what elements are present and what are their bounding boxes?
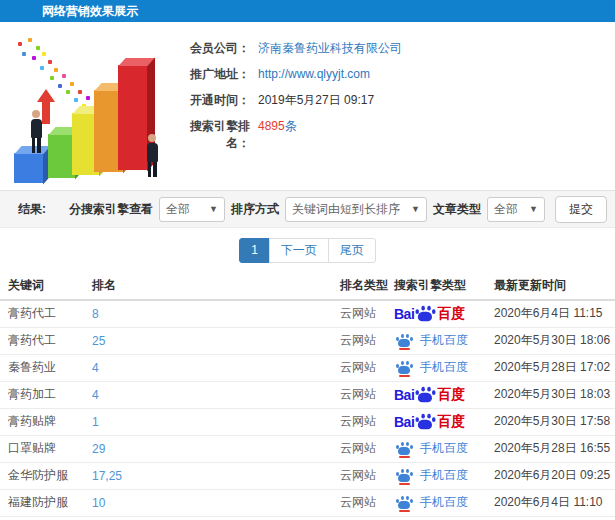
company-name-link[interactable]: 济南秦鲁药业科技有限公司 (258, 40, 402, 57)
rank-type-cell: 云网站 (332, 435, 386, 462)
engine-cell: Bai百度 (386, 381, 486, 408)
mobile-baidu-paw-icon (396, 361, 413, 374)
sort-mode-label: 排序方式 (231, 201, 279, 218)
engine-view-select[interactable]: 全部 ▼ (159, 197, 225, 222)
keyword-cell: 金华防护服 (0, 462, 84, 489)
table-header-row: 关键词 排名 排名类型 搜索引擎类型 最新更新时间 (0, 272, 615, 300)
table-row: Bai百度 (0, 516, 615, 520)
baidu-paw-icon (416, 387, 436, 402)
businessman-figure-right (144, 134, 160, 177)
sort-mode-select[interactable]: 关键词由短到长排序 ▼ (285, 197, 427, 222)
rank-type-cell: 云网站 (332, 408, 386, 435)
confetti-decoration (12, 36, 16, 40)
keyword-results-table: 关键词 排名 排名类型 搜索引擎类型 最新更新时间 膏药代工8云网站Bai百度2… (0, 272, 615, 520)
keyword-cell (0, 516, 84, 520)
engine-cell: 手机百度 (386, 435, 486, 462)
member-info-panel: 会员公司： 济南秦鲁药业科技有限公司 推广地址： http://www.qlyy… (178, 28, 615, 190)
chevron-down-icon: ▼ (411, 204, 420, 214)
paw-t4 (410, 472, 413, 476)
rank-link[interactable]: 1 (84, 408, 332, 435)
baidu-logo-text-bai: Bai (394, 414, 414, 430)
rank-link[interactable]: 29 (84, 435, 332, 462)
rank-type-cell: 云网站 (332, 327, 386, 354)
mobile-baidu-label: 手机百度 (420, 467, 468, 484)
engine-cell: Bai百度 (386, 516, 486, 520)
mobile-baidu-icon: 手机百度 (394, 332, 468, 349)
article-type-select[interactable]: 全部 ▼ (487, 197, 545, 222)
paw-pad (418, 312, 432, 321)
page-button-next[interactable]: 下一页 (269, 238, 329, 263)
ranking-count-unit: 条 (285, 119, 297, 133)
mobile-baidu-label: 手机百度 (420, 332, 468, 349)
keyword-table-body: 膏药代工8云网站Bai百度2020年6月4日 11:15膏药代工25云网站手机百… (0, 300, 615, 520)
rank-link[interactable]: 4 (84, 381, 332, 408)
column-header-rank-type: 排名类型 (332, 272, 386, 300)
paw-pad (418, 393, 432, 402)
updated-cell: 2020年6月4日 11:10 (486, 489, 615, 516)
engine-cell: Bai百度 (386, 408, 486, 435)
keyword-cell: 口罩贴牌 (0, 435, 84, 462)
paw-pad (398, 366, 410, 374)
mobile-baidu-paw-icon (396, 496, 413, 509)
paw-pad (398, 447, 410, 455)
column-header-engine-type: 搜索引擎类型 (386, 272, 486, 300)
ranking-count-value: 4895条 (258, 118, 297, 135)
promo-url-link[interactable]: http://www.qlyyjt.com (258, 66, 370, 83)
updated-cell: 2020年5月28日 17:02 (486, 354, 615, 381)
page-button-current[interactable]: 1 (239, 238, 270, 263)
mobile-baidu-icon: 手机百度 (394, 440, 468, 457)
updated-cell: 2020年5月30日 18:06 (486, 327, 615, 354)
pagination: 1下一页尾页 (239, 238, 376, 263)
mobile-baidu-paw-icon (396, 469, 413, 482)
chevron-down-icon: ▼ (529, 204, 538, 214)
mobile-baidu-icon: 手机百度 (394, 467, 468, 484)
page-button-last[interactable]: 尾页 (328, 238, 376, 263)
baidu-logo-text-du: 百度 (437, 305, 465, 323)
rank-link[interactable]: 25 (84, 327, 332, 354)
engine-cell: 手机百度 (386, 489, 486, 516)
rank-link[interactable]: 8 (84, 300, 332, 327)
article-type-label: 文章类型 (433, 201, 481, 218)
column-header-rank: 排名 (84, 272, 332, 300)
submit-button[interactable]: 提交 (555, 196, 607, 223)
paw-t4 (410, 337, 413, 341)
chart-bar-blue (14, 153, 44, 183)
table-row: 膏药代工8云网站Bai百度2020年6月4日 11:15 (0, 300, 615, 327)
rank-link[interactable]: 4 (84, 354, 332, 381)
ranking-count-label: 搜索引擎排名： (178, 118, 250, 152)
engine-cell: 手机百度 (386, 354, 486, 381)
table-row: 膏药代工25云网站手机百度2020年5月30日 18:06 (0, 327, 615, 354)
promo-url-label: 推广地址： (178, 66, 250, 83)
rank-type-cell: 云网站 (332, 381, 386, 408)
filter-bar: 结果: 分搜索引擎查看 全部 ▼ 排序方式 关键词由短到长排序 ▼ 文章类型 全… (0, 190, 615, 228)
rank-link[interactable]: 17,25 (84, 462, 332, 489)
updated-cell: 2020年5月30日 18:03 (486, 381, 615, 408)
rank-type-cell: 云网站 (332, 300, 386, 327)
open-time-value: 2019年5月27日 09:17 (258, 92, 374, 109)
updated-cell: 2020年5月28日 16:55 (486, 435, 615, 462)
info-row-company: 会员公司： 济南秦鲁药业科技有限公司 (178, 40, 615, 57)
engine-cell: 手机百度 (386, 327, 486, 354)
rank-type-cell: 云网站 (332, 462, 386, 489)
rank-link[interactable]: 10 (84, 489, 332, 516)
engine-view-label: 分搜索引擎查看 (69, 201, 153, 218)
table-row: 金华防护服17,25云网站手机百度2020年6月20日 09:25 (0, 462, 615, 489)
paw-t2 (401, 361, 404, 365)
baidu-logo-text-du: 百度 (437, 413, 465, 431)
page-title: 网络营销效果展示 (42, 4, 138, 18)
table-row: 口罩贴牌29云网站手机百度2020年5月28日 16:55 (0, 435, 615, 462)
engine-view-selected-value: 全部 (166, 201, 190, 218)
info-row-open-time: 开通时间： 2019年5月27日 09:17 (178, 92, 615, 109)
baidu-paw-icon (416, 306, 436, 321)
updated-cell: 2020年5月30日 17:58 (486, 408, 615, 435)
businessman-figure-left (28, 110, 44, 153)
mobile-baidu-label: 手机百度 (420, 440, 468, 457)
sort-mode-selected-value: 关键词由短到长排序 (292, 201, 400, 218)
engine-cell: 手机百度 (386, 462, 486, 489)
updated-cell (486, 516, 615, 520)
baidu-logo-text-bai: Bai (394, 387, 414, 403)
engine-cell: Bai百度 (386, 300, 486, 327)
baidu-logo-icon: Bai百度 (394, 305, 465, 323)
keyword-cell: 膏药代工 (0, 327, 84, 354)
filter-controls: 分搜索引擎查看 全部 ▼ 排序方式 关键词由短到长排序 ▼ 文章类型 全部 ▼ … (69, 196, 607, 223)
